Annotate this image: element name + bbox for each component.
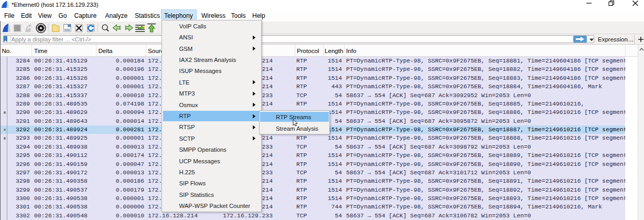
svg-text:010: 010	[65, 28, 70, 32]
